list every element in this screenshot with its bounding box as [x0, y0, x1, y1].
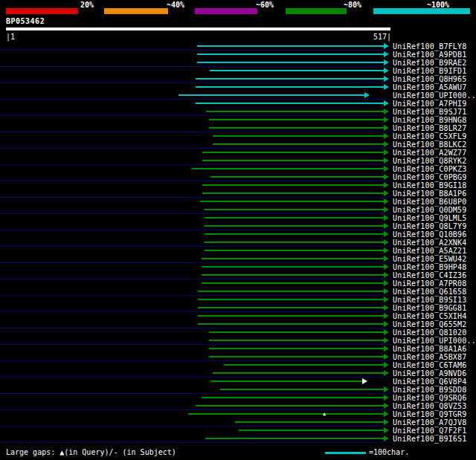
alignment-bar[interactable] [205, 225, 384, 227]
hit-label[interactable]: UniRef100_B9GI18 [393, 181, 467, 189]
alignment-bar[interactable] [209, 119, 384, 120]
hit-label[interactable]: UniRef100_Q8L7Y9 [393, 222, 467, 230]
alignment-bar[interactable] [202, 160, 384, 161]
alignment-bar[interactable] [202, 184, 384, 186]
alignment-bar[interactable] [210, 70, 384, 71]
alignment-bar[interactable] [205, 438, 384, 439]
alignment-bar[interactable] [202, 258, 384, 259]
hit-label[interactable]: UniRef100_Q655M2 [393, 320, 467, 328]
alignment-bar[interactable] [188, 413, 384, 415]
alignment-bar[interactable] [198, 307, 384, 308]
hit-label[interactable]: UniRef100_Q6V8P4 [393, 378, 467, 386]
hit-label[interactable]: UniRef100_B9SJ71 [393, 108, 467, 116]
alignment-bar[interactable] [202, 152, 384, 153]
hit-label[interactable]: UniRef100_B8LKC2 [393, 140, 467, 149]
alignment-bar[interactable] [178, 94, 364, 96]
alignment-bar[interactable] [197, 45, 384, 47]
hit-label[interactable]: UniRef100_Q8VZ53 [393, 402, 467, 410]
alignment-bar[interactable] [205, 233, 384, 235]
alignment-bar[interactable] [209, 331, 384, 333]
hit-label[interactable]: UniRef100_C5XFL9 [393, 132, 467, 140]
hit-label[interactable]: UniRef100_B9HNG8 [393, 116, 467, 124]
hit-label[interactable]: UniRef100_B7FLY8 [393, 42, 467, 51]
arrow-right-icon [384, 125, 389, 131]
hit-label[interactable]: UniRef100_C5XIH4 [393, 312, 467, 320]
alignment-bar[interactable] [205, 250, 384, 251]
alignment-bar[interactable] [198, 291, 384, 292]
hit-label[interactable]: UniRef100_C0PBG9 [393, 173, 467, 181]
alignment-bar[interactable] [209, 348, 384, 349]
alignment-bar[interactable] [197, 62, 384, 63]
alignment-bar[interactable] [202, 266, 384, 268]
hit-label[interactable]: UniRef100_A9PDB1 [393, 51, 467, 59]
hit-label[interactable]: UniRef100_A7PHI9 [393, 100, 467, 108]
hit-label[interactable]: UniRef100_B9GG81 [393, 304, 467, 312]
alignment-bar[interactable] [200, 201, 384, 202]
alignment-bar[interactable] [198, 323, 384, 325]
hit-label[interactable]: UniRef100_B9I6S1 [393, 435, 467, 443]
hit-label[interactable]: UniRef100_Q7F2F1 [393, 427, 467, 435]
hit-label[interactable]: UniRef100_Q10B96 [393, 230, 467, 239]
hit-label[interactable]: UniRef100_B9SI13 [393, 296, 467, 304]
hit-label[interactable]: UniRef100_Q8RYK2 [393, 157, 467, 165]
hit-label[interactable]: UniRef100_B8A1A6 [393, 345, 467, 353]
hit-label[interactable]: UniRef100_Q9SRQ6 [393, 394, 467, 402]
hit-label[interactable]: UniRef100_Q61658 [393, 288, 467, 296]
hit-label[interactable]: UniRef100_B9SDD8 [393, 386, 467, 394]
hit-label[interactable]: UniRef100_Q9TGR9 [393, 410, 467, 418]
arrow-right-icon [384, 182, 389, 188]
hit-label[interactable]: UniRef100_A5BX87 [393, 353, 467, 361]
hit-label[interactable]: UniRef100_A5AWU7 [393, 83, 467, 91]
alignment-bar[interactable] [196, 86, 384, 88]
alignment-bar[interactable] [205, 242, 384, 243]
alignment-bar[interactable] [209, 127, 384, 129]
hit-label[interactable]: UniRef100_UPI000.. [393, 91, 476, 100]
hit-label[interactable]: UniRef100_C6TAM6 [393, 361, 467, 369]
alignment-bar[interactable] [239, 430, 384, 431]
alignment-bar[interactable] [197, 54, 384, 55]
alignment-bar[interactable] [202, 192, 384, 194]
alignment-bar[interactable] [209, 356, 384, 357]
hit-label[interactable]: UniRef100_Q9LML5 [393, 214, 467, 222]
alignment-bar[interactable] [210, 380, 362, 382]
alignment-bar[interactable] [213, 135, 384, 137]
alignment-bar[interactable] [205, 209, 384, 210]
hit-label[interactable]: UniRef100_A7QJV8 [393, 418, 467, 427]
hit-label[interactable]: UniRef100_B9RAE2 [393, 59, 467, 67]
alignment-bar[interactable] [198, 315, 384, 317]
hit-label[interactable]: UniRef100_C4IZ36 [393, 271, 467, 279]
alignment-bar[interactable] [205, 217, 384, 218]
alignment-bar[interactable] [235, 421, 384, 423]
alignment-bar[interactable] [202, 282, 384, 284]
hit-label[interactable]: UniRef100_A2WZ77 [393, 149, 467, 157]
hit-label[interactable]: UniRef100_A2XNK4 [393, 239, 467, 247]
hit-label[interactable]: UniRef100_C0PKZ3 [393, 165, 467, 173]
hit-label[interactable]: UniRef100_A7PR08 [393, 279, 467, 288]
alignment-bar[interactable] [210, 176, 384, 178]
alignment-bar[interactable] [206, 111, 384, 112]
alignment-bar[interactable] [213, 143, 384, 145]
hit-label[interactable]: UniRef100_Q0DM59 [393, 206, 467, 214]
alignment-bar[interactable] [196, 405, 384, 406]
alignment-bar[interactable] [224, 364, 384, 366]
alignment-bar[interactable] [220, 389, 384, 390]
alignment-bar[interactable] [209, 340, 384, 341]
hit-label[interactable]: UniRef100_A5AZ21 [393, 247, 467, 255]
alignment-bar[interactable] [202, 274, 384, 276]
alignment-bar[interactable] [196, 103, 384, 104]
hit-label[interactable]: UniRef100_B9HP48 [393, 263, 467, 271]
hit-label[interactable]: UniRef100_B8LR27 [393, 124, 467, 132]
hit-label[interactable]: UniRef100_Q8H965 [393, 75, 467, 83]
alignment-bar[interactable] [213, 372, 384, 374]
hit-label[interactable]: UniRef100_Q81020 [393, 328, 467, 337]
alignment-bar[interactable] [198, 299, 384, 300]
alignment-bar[interactable] [196, 78, 384, 80]
hit-label[interactable]: UniRef100_B9IFD1 [393, 67, 467, 75]
hit-label[interactable]: UniRef100_E5WU42 [393, 255, 467, 263]
hit-label[interactable]: UniRef100_UPI000.. [393, 337, 476, 345]
hit-label[interactable]: UniRef100_B8A1P6 [393, 189, 467, 198]
hit-label[interactable]: UniRef100_A9NVD6 [393, 369, 467, 378]
hit-label[interactable]: UniRef100_B6U8P0 [393, 198, 467, 206]
alignment-bar[interactable] [202, 397, 384, 398]
alignment-bar[interactable] [192, 168, 384, 169]
